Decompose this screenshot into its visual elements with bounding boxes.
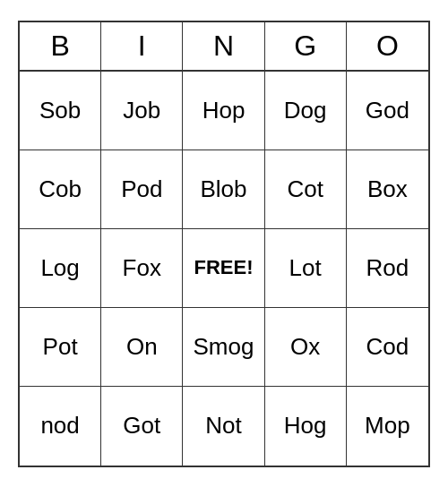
header-letter: B: [20, 22, 101, 70]
grid-cell: nod: [20, 387, 101, 466]
grid-cell: Smog: [183, 308, 264, 387]
grid-cell: Lot: [265, 229, 347, 308]
bingo-grid: SobJobHopDogGodCobPodBlobCotBoxLogFoxFRE…: [20, 72, 428, 466]
bingo-header: BINGO: [20, 22, 428, 72]
grid-cell: God: [347, 72, 428, 150]
bingo-card: BINGO SobJobHopDogGodCobPodBlobCotBoxLog…: [18, 21, 430, 467]
grid-cell: Cob: [20, 150, 101, 229]
grid-cell: Not: [183, 387, 264, 466]
grid-cell: Pot: [20, 308, 101, 387]
header-letter: G: [265, 22, 347, 70]
grid-cell: Sob: [20, 72, 101, 150]
grid-cell: Fox: [101, 229, 183, 308]
grid-cell: Rod: [347, 229, 428, 308]
grid-cell: Log: [20, 229, 101, 308]
grid-cell: Pod: [101, 150, 183, 229]
grid-cell: Box: [347, 150, 428, 229]
grid-cell: Got: [101, 387, 183, 466]
grid-cell: Hog: [265, 387, 347, 466]
grid-cell: Blob: [183, 150, 264, 229]
header-letter: I: [101, 22, 183, 70]
header-letter: O: [347, 22, 428, 70]
grid-cell: Cot: [265, 150, 347, 229]
grid-cell: Job: [101, 72, 183, 150]
free-cell: FREE!: [183, 229, 264, 308]
grid-cell: Mop: [347, 387, 428, 466]
grid-cell: Cod: [347, 308, 428, 387]
grid-cell: Hop: [183, 72, 264, 150]
grid-cell: On: [101, 308, 183, 387]
grid-cell: Dog: [265, 72, 347, 150]
header-letter: N: [183, 22, 264, 70]
grid-cell: Ox: [265, 308, 347, 387]
